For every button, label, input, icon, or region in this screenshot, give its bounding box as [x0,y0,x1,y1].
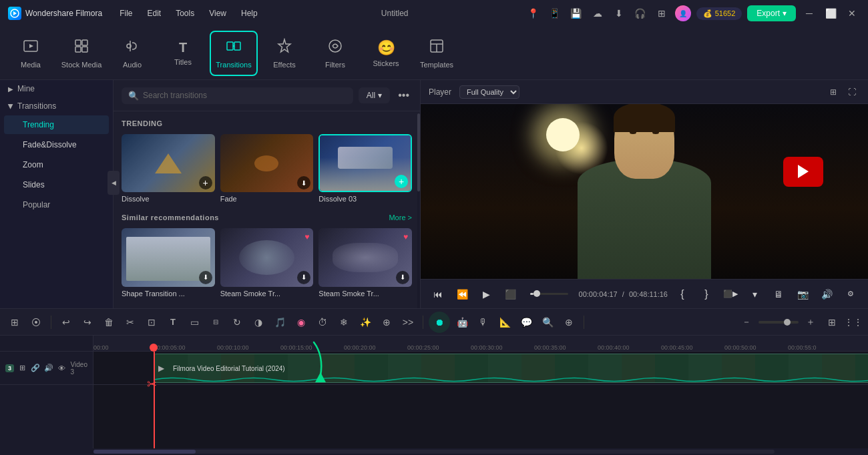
headset-icon[interactable]: 🎧 [632,5,648,21]
layout-button[interactable]: ⊞ [823,313,841,332]
tool-media[interactable]: Media [7,31,55,76]
timeline-scrollbar[interactable] [0,448,868,455]
avatar[interactable]: 👤 [675,5,691,21]
more-options-button[interactable]: ••• [395,87,412,104]
sidebar-item-fade-dissolve[interactable]: Fade&Dissolve [4,135,109,154]
transition-card-dissolve03[interactable]: + [318,134,412,192]
split-tl-button[interactable]: ⊟ [206,313,225,332]
more-link[interactable]: More > [389,213,412,221]
stop-button[interactable]: ⬛ [501,285,519,304]
minimize-button[interactable]: ─ [801,5,817,21]
split-view-tl-button[interactable]: ⊞ [5,313,24,332]
steam1-download-icon[interactable]: ⬇ [297,271,310,284]
similar-card-steam1[interactable]: ♥ ⬇ [220,228,314,286]
sidebar-item-zoom[interactable]: Zoom [4,155,109,174]
tool-effects[interactable]: Effects [260,31,308,76]
export-button[interactable]: Export ▾ [747,5,796,21]
audio-tl-button[interactable]: 🎵 [270,313,289,332]
zoom-in-button[interactable]: ＋ [801,313,820,332]
menu-help[interactable]: Help [234,6,264,21]
playback-progress[interactable] [530,293,568,295]
track-audio-icon[interactable]: 🔊 [44,362,53,374]
tool-audio[interactable]: Audio [108,31,156,76]
dissolve-add-icon[interactable]: + [199,176,212,189]
monitor-button[interactable]: 🖥 [769,285,788,304]
blend-button[interactable]: ◑ [249,313,268,332]
transition-card-fade[interactable]: ⬇ [220,134,314,192]
tool-stickers[interactable]: 😊 Stickers [362,31,410,76]
record-button[interactable]: ⏺ [429,312,450,333]
mobile-icon[interactable]: 📱 [547,5,563,21]
in-point-button[interactable]: { [673,285,692,304]
settings-button[interactable]: ⚙ [841,285,860,304]
magnet-button[interactable]: ⦿ [27,313,45,332]
insert-button[interactable]: ⬛▶ [721,285,740,304]
menu-edit[interactable]: Edit [141,6,168,21]
cloud-icon[interactable]: ☁ [590,5,606,21]
delete-button[interactable]: 🗑 [99,313,118,332]
grid-tl-button[interactable]: ⋮⋮ [844,313,863,332]
mark-button[interactable]: ▾ [745,285,764,304]
audio-button[interactable]: 🔊 [817,285,836,304]
track-add-icon[interactable]: ⊞ [18,362,27,374]
caption-button[interactable]: 💬 [517,313,535,332]
ai-button[interactable]: 🤖 [453,313,471,332]
undo-button[interactable]: ↩ [57,313,75,332]
menu-view[interactable]: View [202,6,233,21]
grid-icon[interactable]: ⊞ [654,5,670,21]
quality-select[interactable]: Full Quality 1/2 Quality 1/4 Quality [459,85,519,99]
color-button[interactable]: ◉ [292,313,310,332]
transition-card-dissolve[interactable]: + [122,134,215,192]
sidebar-item-trending[interactable]: Trending [4,115,109,134]
tool-filters[interactable]: Filters [311,31,359,76]
location-icon[interactable]: 📍 [525,5,541,21]
crop-button[interactable]: ⊡ [142,313,161,332]
text-button[interactable]: T [164,313,182,332]
play-button[interactable]: ▶ [477,285,495,304]
steam2-download-icon[interactable]: ⬇ [396,271,409,284]
skip-back-button[interactable]: ⏮ [429,285,447,304]
sidebar-collapse-button[interactable]: ◀ [107,171,120,195]
step-back-button[interactable]: ⏪ [453,285,471,304]
tool-stock-media[interactable]: Stock Media [57,31,105,76]
rotate-button[interactable]: ↻ [228,313,246,332]
search-input[interactable] [143,91,347,100]
split-view-icon[interactable]: ⊞ [825,84,841,100]
cut-button[interactable]: ✂ [121,313,140,332]
close-button[interactable]: ✕ [844,5,860,21]
transform-button[interactable]: ⊕ [377,313,396,332]
filter-button[interactable]: All ▾ [359,87,390,103]
menu-tools[interactable]: Tools [169,6,201,21]
menu-file[interactable]: File [113,6,139,21]
effects-tl-button[interactable]: ✨ [356,313,375,332]
sidebar-item-slides[interactable]: Slides [4,175,109,194]
zoom-out-button[interactable]: － [737,313,756,332]
tool-titles[interactable]: T Titles [159,31,207,76]
tool-templates[interactable]: Templates [413,31,461,76]
out-point-button[interactable]: } [697,285,716,304]
more-tl-button[interactable]: >> [399,313,417,332]
similar-card-shape[interactable]: ⬇ [122,228,215,286]
freeze-button[interactable]: ❄ [335,313,353,332]
extra-button[interactable]: ⊕ [560,313,578,332]
snapshot-button[interactable]: 📷 [793,285,812,304]
track-eye-icon[interactable]: 👁 [57,362,66,374]
speed-button[interactable]: ⏱ [313,313,332,332]
download-icon[interactable]: ⬇ [611,5,627,21]
tool-transitions[interactable]: Transitions [210,31,258,76]
fullscreen-icon[interactable]: ⛶ [844,84,860,100]
motion-button[interactable]: 📐 [495,313,514,332]
shape-download-icon[interactable]: ⬇ [199,271,212,284]
sidebar-group-transitions[interactable]: ▶ Transitions [0,97,113,115]
rectangle-button[interactable]: ▭ [185,313,204,332]
panel-scrollbar-track[interactable] [417,113,420,308]
track-link-icon[interactable]: 🔗 [31,362,40,374]
sidebar-group-mine[interactable]: ▶ Mine [0,80,113,97]
detect-button[interactable]: 🔍 [538,313,557,332]
maximize-button[interactable]: ⬜ [823,5,839,21]
sidebar-item-popular[interactable]: Popular [4,195,109,214]
playhead[interactable] [154,352,155,448]
redo-button[interactable]: ↪ [78,313,97,332]
voice-button[interactable]: 🎙 [474,313,493,332]
save-icon[interactable]: 💾 [568,5,584,21]
